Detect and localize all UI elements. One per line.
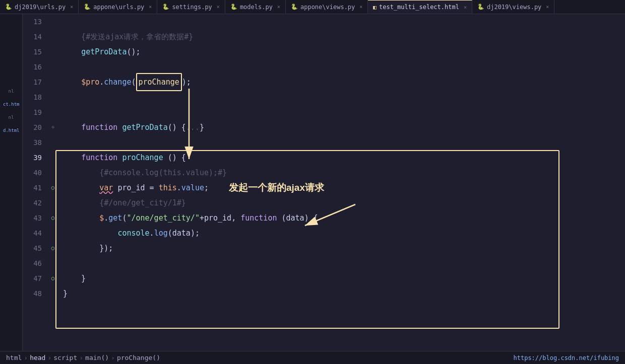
tab-appone-views[interactable]: 🐍 appone\views.py × [286,0,368,14]
gutter-18 [48,90,58,105]
sidebar: nl ct.htm nl d.html [0,14,23,351]
gutter-42 [48,195,58,210]
gutter-16 [48,59,58,75]
tab-bar: 🐍 dj2019\urls.py × 🐍 appone\urls.py × 🐍 … [0,0,625,14]
gutter-icons: + ◯ ◯ ◯ ◯ [48,14,58,351]
code-line-45: }); [63,241,625,256]
code-line-19 [63,105,625,120]
inline-highlight-prochange: proChange [136,73,182,91]
code-line-46 [63,256,625,271]
code-line-18 [63,90,625,105]
gutter-13 [48,14,58,29]
code-content: {#发送ajax请求，拿省的数据#} getProData(); $pro.ch… [58,14,625,351]
gutter-17 [48,75,58,90]
breadcrumb-script: script [53,354,77,361]
code-line-44: console.log(data); [63,226,625,241]
annotation-ajax: 发起一个新的ajax请求 [229,180,324,195]
status-bar: html › head › script › main() › proChang… [0,351,625,364]
gutter-20-expand[interactable]: + [48,120,58,135]
status-url: https://blog.csdn.net/ifubing [513,354,619,361]
gutter-48 [48,286,58,301]
code-line-47: } [63,271,625,286]
sidebar-item-d-html: d.html [0,124,22,137]
gutter-40 [48,165,58,180]
main-layout: nl ct.htm nl d.html 13 14 15 16 17 18 19… [0,14,625,351]
breadcrumb-html: html [6,354,22,361]
sidebar-item-html: nl [0,85,22,98]
gutter-47-circle: ◯ [48,271,58,286]
gutter-44 [48,226,58,241]
gutter-41-circle: ◯ [48,180,58,195]
tab-test-multi-select[interactable]: ◧ test_multi_select.html × [368,0,472,14]
code-line-15: getProData(); [63,44,625,59]
code-line-14: {#发送ajax请求，拿省的数据#} [63,29,625,44]
code-line-42: {#/one/get_city/1#} [63,195,625,210]
code-line-16 [63,59,625,75]
code-line-41: var pro_id = this.value; 发起一个新的ajax请求 [63,180,625,195]
tab-models[interactable]: 🐍 models.py × [225,0,286,14]
code-line-38 [63,135,625,150]
tab-appone-urls[interactable]: 🐍 appone\urls.py × [79,0,157,14]
gutter-14 [48,29,58,44]
breadcrumb-main: main() [85,354,109,361]
code-line-13 [63,14,625,29]
gutter-39 [48,150,58,165]
gutter-43-circle: ◯ [48,210,58,226]
gutter-46 [48,256,58,271]
tab-dj2019-views[interactable]: 🐍 dj2019\views.py × [472,0,554,14]
breadcrumb: html › head › script › main() › proChang… [6,354,160,361]
tab-dj2019-urls[interactable]: 🐍 dj2019\urls.py × [0,0,79,14]
gutter-15 [48,44,58,59]
editor: 13 14 15 16 17 18 19 20 38 39 40 41 42 4… [23,14,625,351]
code-line-17: $pro.change(proChange); [63,75,625,90]
breadcrumb-prochange: proChange() [117,354,160,361]
breadcrumb-head: head [30,354,45,361]
gutter-38 [48,135,58,150]
sidebar-item-nl2: nl [0,111,22,124]
code-line-20: function getProData() {...} [63,120,625,135]
code-area: 13 14 15 16 17 18 19 20 38 39 40 41 42 4… [23,14,625,351]
gutter-19 [48,105,58,120]
line-numbers: 13 14 15 16 17 18 19 20 38 39 40 41 42 4… [23,14,48,351]
code-line-40: {#console.log(this.value);#} [63,165,625,180]
code-line-39: function proChange () { [63,150,625,165]
tab-settings[interactable]: 🐍 settings.py × [157,0,225,14]
code-line-43: $.get("/one/get_city/"+pro_id, function … [63,210,625,226]
code-line-48: } [63,286,625,301]
sidebar-item-ct-htm: ct.htm [0,98,22,111]
gutter-45-circle: ◯ [48,241,58,256]
